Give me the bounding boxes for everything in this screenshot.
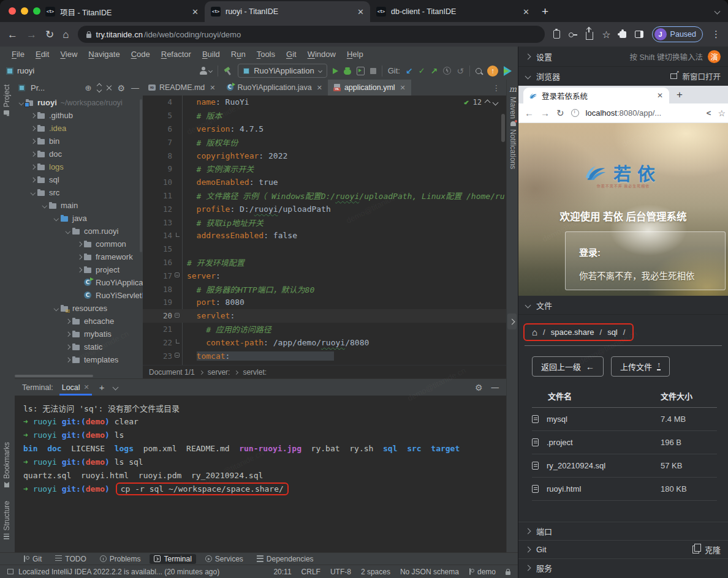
tree-chevron-icon[interactable] [29,114,37,118]
hide-terminal-icon[interactable]: — [491,383,499,392]
ime-badge[interactable]: 演 [708,50,721,63]
lock-icon[interactable] [86,34,91,38]
tree-item-src[interactable]: src [15,186,143,199]
toolwindow-dependencies[interactable]: Dependencies [252,554,318,564]
tree-chevron-icon[interactable] [52,217,60,220]
tree-vscrollbar[interactable] [140,99,142,252]
tree-chevron-icon[interactable] [29,165,37,169]
menu-run[interactable]: Run [226,50,251,59]
tree-item-sql[interactable]: sql [15,173,143,186]
editor-tab-application.yml[interactable]: application.yml✕ [328,80,411,96]
code-editor[interactable]: ✔✔ 12 4name: RuoYi5# 版本6version: 4.7.57#… [143,96,506,365]
menu-git[interactable]: Git [281,50,302,59]
clipboard-icon[interactable] [553,30,560,39]
locate-file-icon[interactable]: ⊕ [85,83,92,92]
embedded-url[interactable]: localhost:8080/app/... [586,108,662,118]
tree-chevron-icon[interactable] [75,242,83,246]
titanide-logo-icon[interactable] [504,66,512,76]
tree-item-project[interactable]: project [15,263,143,276]
tree-chevron-icon[interactable] [75,268,83,272]
tree-chevron-icon[interactable] [64,345,72,349]
tree-item-.github[interactable]: .github [15,109,143,122]
breadcrumb-item[interactable]: servlet: [243,368,267,377]
project-panel-title[interactable]: Pr... [31,83,45,92]
browser-tab[interactable]: ruoyi - TitanIDE✕ [205,1,370,22]
tree-item-doc[interactable]: doc [15,148,143,160]
embedded-back-icon[interactable]: ← [525,108,534,118]
terminal-tab-local[interactable]: Local✕ [62,379,91,396]
toolwindow-services[interactable]: Services [201,554,248,564]
git-push-icon[interactable]: ↗ [431,66,438,76]
tool-button-maven[interactable]: m Maven [509,84,517,119]
tree-chevron-icon[interactable] [29,152,37,156]
minimize-window-button[interactable] [21,7,28,15]
upload-file-button[interactable]: 上传文件 ↑ [611,356,670,377]
tab-close-icon[interactable]: ✕ [357,7,364,17]
git-commit-icon[interactable]: ✓ [419,66,425,75]
tree-item-mybatis[interactable]: mybatis [15,328,143,340]
panel-settings-icon[interactable]: ⚙ [117,83,125,93]
hide-panel-icon[interactable]: — [131,83,139,92]
menu-code[interactable]: Code [126,50,156,59]
expand-all-icon[interactable] [97,84,101,92]
tree-item-java[interactable]: java [15,212,143,225]
show-panel-floater[interactable] [507,313,517,329]
debug-icon[interactable] [344,69,351,75]
editor-tab-README.md[interactable]: README.md✕ [143,80,221,96]
file-row-ry_20210924.sql[interactable]: ry_20210924.sql57 KB [532,454,717,478]
search-everywhere-icon[interactable] [476,68,482,74]
close-terminal-tab-icon[interactable]: ✕ [84,383,89,391]
site-info-icon[interactable] [571,109,579,117]
open-new-window-button[interactable]: 新窗口打开 [670,70,721,82]
menu-file[interactable]: File [6,50,30,59]
clone-button[interactable]: 克隆 [692,544,721,555]
editor-tab-close-icon[interactable]: ✕ [400,84,406,92]
tree-item-com.ruoyi[interactable]: com.ruoyi [15,225,143,238]
terminal-output[interactable]: ls: 无法访问 'sq': 没有那个文件或目录➜ ruoyi git:(dem… [15,396,506,501]
tree-chevron-icon[interactable] [29,178,37,182]
section-端口[interactable]: 端口 [518,522,728,540]
menu-navigate[interactable]: Navigate [83,50,125,59]
forward-icon[interactable]: → [26,29,37,40]
tab-search-icon[interactable] [715,5,719,16]
tab-close-icon[interactable]: ✕ [192,7,199,17]
share-icon[interactable] [586,32,593,40]
status-20:11[interactable]: 20:11 [273,568,291,576]
browser-menu-icon[interactable]: ⋮ [711,29,721,40]
status-no-json-schema[interactable]: No JSON schema [400,568,459,576]
go-up-button[interactable]: 返回上一级 ← [532,356,604,377]
terminal-dropdown-icon[interactable] [112,385,118,391]
embedded-reload-icon[interactable]: ↻ [556,108,564,119]
embedded-share-icon[interactable]: < [707,108,711,118]
build-hammer-icon[interactable] [224,67,232,75]
tree-item-resources[interactable]: resources [15,302,143,315]
tree-item-templates[interactable]: templates [15,353,143,366]
breadcrumb-space.share[interactable]: space.share [551,328,594,337]
breadcrumb-item[interactable]: Document 1/1 [149,368,195,377]
browser-tab[interactable]: db-client - TitanIDE✕ [370,1,536,22]
tree-item-framework[interactable]: framework [15,250,143,263]
status-message[interactable]: Localized IntelliJ IDEA 2022.2.2 is avai… [18,568,219,576]
home-icon-breadcrumb[interactable]: ⌂ [532,328,537,337]
tree-chevron-icon[interactable] [64,320,72,323]
tool-button-project[interactable]: Project [2,84,11,114]
fold-icon[interactable] [175,313,180,318]
settings-section-header[interactable]: 设置 按 Shift 键切换输入法 演 [518,47,728,67]
fold-icon[interactable] [176,339,180,343]
menu-tools[interactable]: Tools [251,50,281,59]
file-row-ruoyi.html[interactable]: ruoyi.html180 KB [532,478,717,501]
status-crlf[interactable]: CRLF [301,568,320,576]
menu-edit[interactable]: Edit [30,50,55,59]
reload-icon[interactable]: ↻ [45,29,54,40]
password-key-icon[interactable] [569,30,577,39]
section-git[interactable]: Git克隆 [518,540,728,558]
menu-help[interactable]: Help [341,50,369,59]
menu-window[interactable]: Window [302,50,341,59]
files-section-header[interactable]: 文件 [518,295,728,315]
status-2-spaces[interactable]: 2 spaces [361,568,390,576]
tree-item-ehcache[interactable]: ehcache [15,315,143,328]
run-config-select[interactable]: RuoYiApplication [238,64,327,78]
profile-button[interactable]: J Paused [652,26,703,42]
editor-tab-close-icon[interactable]: ✕ [210,84,215,92]
breadcrumb-item[interactable]: server: [208,368,230,377]
